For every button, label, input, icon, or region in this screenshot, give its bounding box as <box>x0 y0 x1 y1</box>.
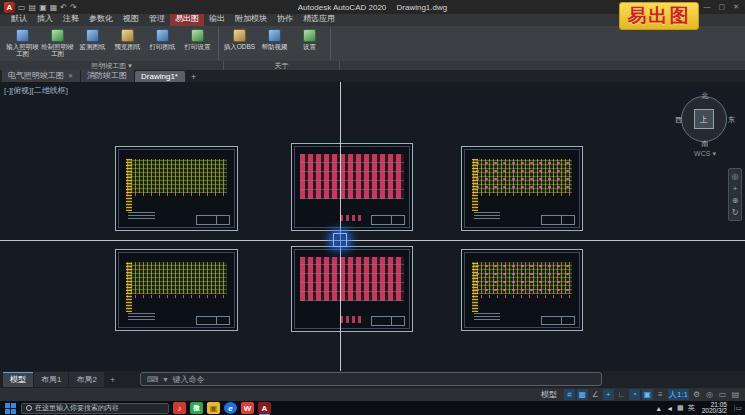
new-drawing-icon[interactable]: ▭ <box>18 2 26 13</box>
wcs-dropdown[interactable]: WCS ▾ <box>694 150 716 158</box>
autocad-taskbar-icon[interactable]: A <box>258 402 271 414</box>
axis-ticks <box>473 193 573 196</box>
ribbon-tab-collaborate[interactable]: 协作 <box>272 12 298 26</box>
maximize-button[interactable]: ▢ <box>719 3 726 11</box>
customize-menu-icon[interactable]: ▤ <box>730 389 741 400</box>
viewcube[interactable]: 上 北 南 西 东 WCS ▾ <box>677 92 733 162</box>
ortho-toggle[interactable]: ∟ <box>616 389 627 400</box>
dynamic-input-toggle[interactable]: + <box>603 389 614 400</box>
snap-toggle[interactable]: ▦ <box>577 389 588 400</box>
model-space-indicator[interactable]: 模型 <box>541 389 557 400</box>
drawing-thumbnail-6[interactable] <box>461 249 583 331</box>
grid-toggle[interactable]: # <box>564 389 575 400</box>
ime-indicator[interactable]: 英 <box>688 403 695 413</box>
drawing-thumbnail-4[interactable] <box>115 249 238 331</box>
wechat-app-icon[interactable]: 微 <box>190 402 203 414</box>
ribbon-tab-featured-apps[interactable]: 精选应用 <box>298 12 340 26</box>
isolate-objects-toggle[interactable]: ◎ <box>704 389 715 400</box>
drawing-thumbnail-5[interactable] <box>291 246 413 332</box>
autocad-logo-icon[interactable]: A <box>4 2 15 13</box>
ribbon-tab-view[interactable]: 视图 <box>118 12 144 26</box>
plot-settings-button[interactable]: 打印设置 <box>180 27 215 60</box>
button-label: 插入ODBS <box>224 43 255 50</box>
volume-icon[interactable]: ◄ <box>666 405 673 412</box>
insert-odbs-button[interactable]: 插入ODBS <box>222 27 257 60</box>
network-icon[interactable]: ▦ <box>677 404 684 412</box>
ribbon-tab-insert[interactable]: 插入 <box>32 12 58 26</box>
start-button[interactable] <box>3 402 17 414</box>
document-tab-bar: 电气照明竣工图 ✕ 消防竣工图 Drawing1* + <box>0 70 745 82</box>
ribbon-tab-output[interactable]: 输出 <box>204 12 230 26</box>
navigation-wheel-icon[interactable]: ◎ <box>732 172 739 181</box>
object-snap-toggle[interactable]: ▣ <box>642 389 653 400</box>
button-label: 打印设置 <box>185 43 211 50</box>
hidden-icons-chevron[interactable]: ▲ <box>655 405 662 412</box>
minimize-button[interactable]: — <box>704 3 711 11</box>
doc-tab-drawing1[interactable]: Drawing1* <box>135 71 185 82</box>
doc-tab-electrical-lighting[interactable]: 电气照明竣工图 ✕ <box>2 69 80 82</box>
drawing-thumbnail-1[interactable] <box>115 146 238 231</box>
polar-tracking-toggle[interactable]: ◔ <box>629 389 640 400</box>
window-title: Autodesk AutoCAD 2020 Drawing1.dwg <box>298 3 447 12</box>
undo-icon[interactable]: ↶ <box>60 2 67 13</box>
ribbon-tab-yichutu[interactable]: 易出图 <box>170 12 204 26</box>
open-icon[interactable]: ▤ <box>29 2 37 13</box>
ribbon-tab-home[interactable]: 默认 <box>6 12 32 26</box>
infer-constraints-toggle[interactable]: ∠ <box>590 389 601 400</box>
orbit-icon[interactable]: ↻ <box>732 208 739 217</box>
close-tab-icon[interactable]: ✕ <box>68 72 73 79</box>
notification-center-button[interactable]: ▭ <box>734 404 742 412</box>
clean-screen-toggle[interactable]: ▭ <box>717 389 728 400</box>
import-lighting-button[interactable]: 输入照明竣工图 <box>5 27 40 60</box>
workspace-gear-icon[interactable]: ⚙ <box>691 389 702 400</box>
pan-icon[interactable]: + <box>733 184 738 193</box>
group-label-about[interactable]: 关于 <box>224 61 340 71</box>
viewcube-north[interactable]: 北 <box>702 91 709 101</box>
lineweight-toggle[interactable]: ≡ <box>655 389 666 400</box>
new-layout-button[interactable]: + <box>105 375 120 385</box>
command-line[interactable]: ⌨ ▾ 键入命令 <box>140 372 602 386</box>
keyboard-icon[interactable]: ⌨ <box>147 375 159 384</box>
command-prompt[interactable]: 键入命令 <box>173 374 205 385</box>
drawing-thumbnail-2[interactable] <box>291 143 413 231</box>
viewcube-top-face[interactable]: 上 <box>694 109 714 129</box>
annotation-scale-button[interactable]: 人1:1 <box>668 389 689 400</box>
model-space-canvas[interactable]: [-][俯视][二维线框] <box>0 82 745 371</box>
zoom-icon[interactable]: ⊕ <box>732 196 739 205</box>
save-icon[interactable]: ▣ <box>39 2 47 13</box>
layout-tab-layout2[interactable]: 布局2 <box>69 372 103 387</box>
redo-icon[interactable]: ↷ <box>70 2 77 13</box>
music-app-icon[interactable]: ♪ <box>173 402 186 414</box>
wps-app-icon[interactable]: W <box>241 402 254 414</box>
inspect-sheet-icon <box>86 29 99 42</box>
settings-button[interactable]: 设置 <box>292 27 327 60</box>
plot-sheet-button[interactable]: 打印图纸 <box>145 27 180 60</box>
file-explorer-icon[interactable]: ▣ <box>207 402 220 414</box>
drawing-thumbnail-3[interactable] <box>461 146 583 231</box>
layout-tab-model[interactable]: 模型 <box>3 372 33 387</box>
help-video-button[interactable]: 帮助视频 <box>257 27 292 60</box>
draw-lighting-button[interactable]: 绘制照明竣工图 <box>40 27 75 60</box>
navigation-bar: ◎ + ⊕ ↻ <box>728 168 742 221</box>
ribbon-tab-annotate[interactable]: 注释 <box>58 12 84 26</box>
viewcube-south[interactable]: 南 <box>702 139 709 149</box>
doc-tab-fire-protection[interactable]: 消防竣工图 <box>81 69 134 82</box>
ribbon-tab-addins[interactable]: 附加模块 <box>230 12 272 26</box>
recent-commands-chevron-icon[interactable]: ▾ <box>164 375 168 384</box>
inspect-sheet-button[interactable]: 监测图纸 <box>75 27 110 60</box>
taskbar-clock[interactable]: 21:05 2020/3/2 <box>699 402 730 415</box>
quick-access-toolbar: ▭ ▤ ▣ ▦ ↶ ↷ <box>18 2 77 13</box>
ribbon-tab-parametric[interactable]: 参数化 <box>84 12 118 26</box>
viewport-controls-label[interactable]: [-][俯视][二维线框] <box>4 85 68 96</box>
viewcube-west[interactable]: 西 <box>675 115 682 125</box>
title-block <box>541 316 575 326</box>
plot-icon[interactable]: ▦ <box>50 2 58 13</box>
browser-app-icon[interactable]: e <box>224 402 237 414</box>
new-tab-button[interactable]: + <box>186 72 201 82</box>
preview-sheet-button[interactable]: 预览图纸 <box>110 27 145 60</box>
ribbon-tab-manage[interactable]: 管理 <box>144 12 170 26</box>
close-button[interactable]: ✕ <box>733 3 739 11</box>
viewcube-east[interactable]: 东 <box>728 115 735 125</box>
layout-tab-layout1[interactable]: 布局1 <box>34 372 68 387</box>
taskbar-search-input[interactable]: 在这里输入你要搜索的内容 <box>21 403 169 414</box>
